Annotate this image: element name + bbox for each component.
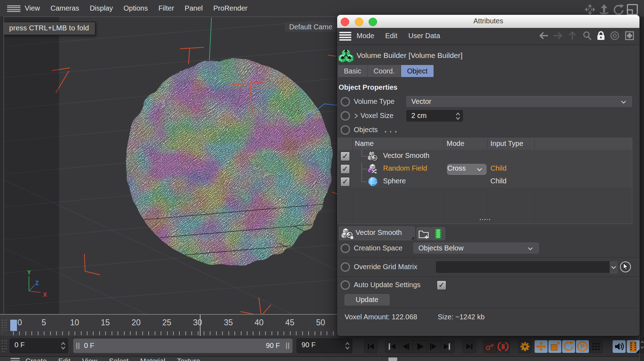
layer-preview-button[interactable] bbox=[431, 227, 445, 240]
search-icon[interactable] bbox=[582, 31, 592, 41]
override-grid-dropdown-button[interactable] bbox=[610, 261, 618, 273]
key-parameter-button[interactable]: P bbox=[576, 340, 589, 353]
voxel-size-label: Voxel Size bbox=[360, 112, 393, 120]
voxel-size-expand-icon[interactable] bbox=[354, 113, 358, 119]
creation-space-dropdown[interactable]: Objects Below bbox=[413, 243, 539, 254]
attributes-menu-item[interactable]: Mode bbox=[357, 32, 374, 40]
voxel-size-kb: Size: ~1242 kb bbox=[438, 313, 485, 321]
autokey-button[interactable] bbox=[496, 340, 510, 353]
row-object-name[interactable]: Sphere bbox=[383, 177, 406, 185]
history-back-icon[interactable] bbox=[539, 31, 549, 41]
anim-dot-creation-space[interactable] bbox=[340, 243, 350, 253]
bottom-menu-item[interactable]: Material bbox=[140, 357, 165, 361]
current-frame-marker[interactable] bbox=[10, 320, 17, 331]
viewport-menu-item[interactable]: Panel bbox=[185, 4, 203, 12]
goto-start-button[interactable] bbox=[364, 340, 378, 353]
target-mode-icon[interactable] bbox=[610, 31, 620, 41]
anim-dot-objects[interactable] bbox=[340, 125, 350, 135]
end-frame-spinner[interactable] bbox=[345, 342, 350, 350]
viewport-pan-icon[interactable] bbox=[584, 4, 596, 16]
table-row[interactable]: ✓ Vector Smooth bbox=[338, 150, 632, 163]
key-pla-button[interactable] bbox=[589, 340, 603, 353]
anim-dot-voxel-size[interactable] bbox=[340, 111, 350, 121]
table-row[interactable]: ✓ SphereChild bbox=[338, 175, 632, 188]
row-object-name[interactable]: Vector Smooth bbox=[383, 152, 429, 160]
attributes-menu-item[interactable]: Edit bbox=[385, 32, 397, 40]
voxel-size-spinner[interactable] bbox=[455, 112, 460, 120]
bottom-menu-item[interactable]: Texture bbox=[177, 357, 200, 361]
viewport-rotate-icon[interactable] bbox=[612, 4, 624, 16]
controls-grip[interactable] bbox=[2, 340, 7, 353]
attributes-titlebar[interactable]: Attributes bbox=[337, 15, 639, 28]
attribute-tab[interactable]: Coord. bbox=[368, 65, 401, 77]
col-header-name[interactable]: Name bbox=[355, 140, 374, 148]
attribute-tab[interactable]: Basic bbox=[338, 65, 368, 77]
table-splitter[interactable] bbox=[480, 219, 490, 220]
play-button[interactable] bbox=[413, 340, 427, 353]
new-panel-icon[interactable] bbox=[625, 31, 634, 41]
menu-fold-icon[interactable] bbox=[7, 5, 20, 12]
preview-range-slider[interactable]: 0 F 90 F bbox=[73, 338, 293, 353]
viewport-menu-item[interactable]: Filter bbox=[159, 4, 174, 12]
keying-settings-button[interactable] bbox=[518, 340, 532, 353]
bottom-menu-item[interactable]: Create bbox=[25, 357, 47, 361]
viewport-menu-item[interactable]: View bbox=[25, 4, 40, 12]
viewport-menu-item[interactable]: Display bbox=[90, 4, 113, 12]
key-position-button[interactable] bbox=[534, 340, 548, 353]
row-object-name[interactable]: Random Field bbox=[383, 164, 427, 172]
override-grid-field[interactable] bbox=[436, 261, 610, 273]
row-enabled-checkbox[interactable]: ✓ bbox=[340, 164, 350, 174]
parent-up-icon[interactable] bbox=[567, 31, 577, 41]
lock-icon[interactable] bbox=[596, 31, 606, 41]
key-scale-button[interactable] bbox=[548, 340, 562, 353]
volume-type-dropdown[interactable]: Vector bbox=[406, 96, 632, 107]
viewport-menu-item[interactable]: Cameras bbox=[50, 4, 79, 12]
ruler-grip[interactable] bbox=[2, 320, 7, 334]
bottom-menu-fold-icon[interactable] bbox=[11, 358, 20, 361]
col-header-input-type[interactable]: Input Type bbox=[490, 140, 523, 148]
voxel-size-field[interactable]: 2 cm bbox=[406, 110, 463, 122]
frame-spinner[interactable] bbox=[61, 342, 66, 350]
record-key-button[interactable] bbox=[483, 340, 496, 353]
viewport-dolly-icon[interactable] bbox=[598, 4, 610, 16]
current-frame-field[interactable]: 0 F bbox=[10, 338, 68, 353]
key-rotation-button[interactable] bbox=[562, 340, 576, 353]
volume-type-value: Vector bbox=[411, 97, 431, 106]
row-enabled-checkbox[interactable]: ✓ bbox=[340, 152, 350, 161]
render-preview-button[interactable] bbox=[626, 340, 640, 353]
next-frame-button[interactable] bbox=[427, 340, 441, 353]
goto-end-button[interactable] bbox=[463, 340, 476, 353]
pick-object-button[interactable] bbox=[620, 261, 631, 273]
attributes-fold-icon[interactable] bbox=[339, 32, 351, 41]
bottom-menu-item[interactable]: Edit bbox=[58, 357, 70, 361]
attribute-tab[interactable]: Object bbox=[401, 65, 434, 77]
range-start-handle[interactable] bbox=[76, 343, 80, 349]
update-button[interactable]: Update bbox=[345, 294, 389, 306]
col-header-mode[interactable]: Mode bbox=[447, 140, 464, 148]
sound-button[interactable] bbox=[612, 340, 626, 353]
end-frame-field[interactable]: 90 F bbox=[297, 338, 352, 353]
attributes-menu-item[interactable]: User Data bbox=[409, 32, 440, 40]
material-thumbnail[interactable] bbox=[388, 357, 397, 361]
ruler-number: 40 bbox=[255, 318, 264, 327]
viewport-menu-item[interactable]: Options bbox=[124, 4, 148, 12]
row-mode-dropdown[interactable]: Cross bbox=[447, 164, 487, 175]
anim-dot-volume-type[interactable] bbox=[340, 97, 350, 107]
voxel-sphere[interactable] bbox=[126, 59, 339, 302]
history-forward-icon[interactable] bbox=[553, 31, 562, 41]
range-end-handle[interactable] bbox=[286, 343, 290, 349]
anim-dot-auto-update[interactable] bbox=[340, 280, 350, 290]
row-enabled-checkbox[interactable]: ✓ bbox=[340, 177, 350, 187]
table-row[interactable]: ✓ Random FieldCrossChild bbox=[338, 162, 632, 176]
add-folder-button[interactable] bbox=[417, 227, 431, 240]
goto-next-key-button[interactable] bbox=[440, 340, 454, 353]
goto-prev-key-button[interactable] bbox=[385, 340, 399, 353]
bottom-menu-item[interactable]: Select bbox=[109, 357, 129, 361]
viewport-maximize-icon[interactable] bbox=[626, 4, 638, 16]
auto-update-checkbox[interactable]: ✓ bbox=[437, 280, 446, 290]
viewport-menu-item[interactable]: ProRender bbox=[213, 4, 248, 12]
anim-dot-override-grid[interactable] bbox=[340, 262, 350, 272]
prev-frame-button[interactable] bbox=[399, 340, 413, 353]
bottom-menu-item[interactable]: View bbox=[82, 357, 97, 361]
selected-layer-button[interactable]: Vector Smooth bbox=[339, 226, 415, 240]
